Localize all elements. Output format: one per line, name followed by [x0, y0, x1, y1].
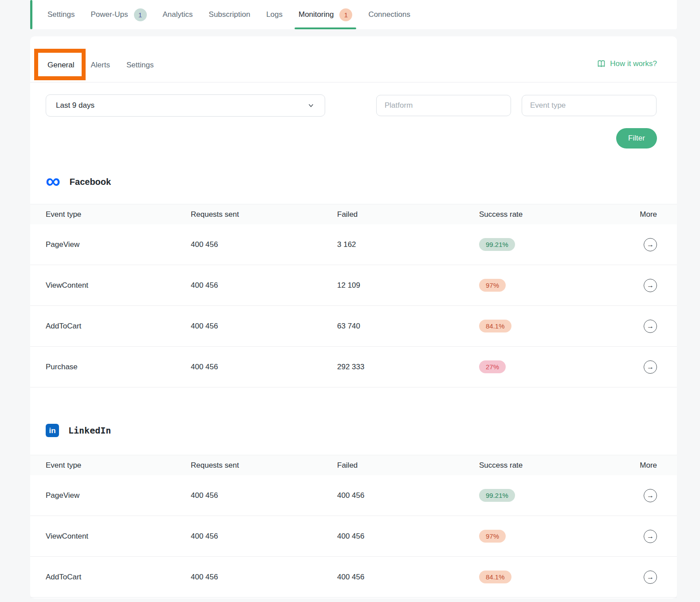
- table-row: PageView 400 456 400 456 99.21% →: [30, 475, 677, 516]
- event-type-cell: ViewContent: [30, 281, 191, 290]
- success-rate-badge: 97%: [479, 279, 506, 292]
- arrow-right-circle-icon[interactable]: →: [644, 320, 657, 333]
- subtab-label: Alerts: [90, 61, 110, 69]
- success-rate-badge: 97%: [479, 530, 506, 543]
- date-range-select[interactable]: Last 9 days: [46, 94, 325, 117]
- failed-cell: 400 456: [337, 491, 479, 500]
- tab-monitoring[interactable]: Monitoring 1: [299, 0, 352, 29]
- arrow-right-circle-icon[interactable]: →: [644, 360, 657, 374]
- tab-label: Settings: [47, 10, 75, 19]
- success-rate-cell: 84.1%: [479, 320, 625, 332]
- tab-connections[interactable]: Connections: [368, 0, 410, 29]
- column-header-requests-sent: Requests sent: [191, 210, 337, 219]
- facebook-section-header: ∞ Facebook: [46, 174, 111, 190]
- date-range-value: Last 9 days: [56, 101, 94, 110]
- success-rate-cell: 97%: [479, 530, 625, 543]
- failed-cell: 400 456: [337, 532, 479, 541]
- more-cell: →: [625, 489, 677, 502]
- event-type-cell: Purchase: [30, 363, 191, 371]
- event-type-input[interactable]: [522, 95, 657, 116]
- top-nav: Settings Power-Ups 1 Analytics Subscript…: [30, 0, 677, 29]
- tab-label: Analytics: [163, 10, 193, 19]
- more-cell: →: [625, 279, 677, 292]
- failed-cell: 292 333: [337, 363, 479, 371]
- success-rate-badge: 84.1%: [479, 320, 511, 332]
- tab-power-ups[interactable]: Power-Ups 1: [90, 0, 146, 29]
- table-row: AddToCart 400 456 400 456 84.1% →: [30, 557, 677, 598]
- table-row: ViewContent 400 456 400 456 97% →: [30, 516, 677, 557]
- facebook-events-table: Event type Requests sent Failed Success …: [30, 204, 677, 387]
- arrow-right-circle-icon[interactable]: →: [644, 571, 657, 584]
- more-cell: →: [625, 320, 677, 333]
- platform-input[interactable]: [376, 95, 511, 116]
- column-header-failed: Failed: [337, 461, 479, 470]
- column-header-more: More: [625, 210, 677, 219]
- tab-label: Subscription: [209, 10, 251, 19]
- monitoring-panel: General Alerts Settings How it works? La…: [30, 36, 677, 598]
- requests-sent-cell: 400 456: [191, 363, 337, 371]
- more-cell: →: [625, 360, 677, 374]
- column-header-event-type: Event type: [30, 210, 191, 219]
- table-row: ViewContent 400 456 12 109 97% →: [30, 265, 677, 306]
- column-header-event-type: Event type: [30, 461, 191, 470]
- success-rate-badge: 99.21%: [479, 238, 515, 251]
- subtab-settings[interactable]: Settings: [126, 61, 153, 70]
- table-row: PageView 400 456 3 162 99.21% →: [30, 224, 677, 265]
- success-rate-cell: 97%: [479, 279, 625, 292]
- arrow-right-circle-icon[interactable]: →: [644, 279, 657, 292]
- active-page-indicator-bar: [30, 0, 32, 29]
- linkedin-section-header: in LinkedIn: [46, 422, 111, 438]
- subtab-general[interactable]: General: [47, 61, 74, 70]
- failed-cell: 3 162: [337, 240, 479, 249]
- chevron-down-icon: [307, 102, 315, 109]
- tab-logs[interactable]: Logs: [266, 0, 283, 29]
- success-rate-cell: 27%: [479, 360, 625, 373]
- event-type-cell: AddToCart: [30, 322, 191, 331]
- meta-icon: ∞: [46, 176, 60, 185]
- failed-cell: 12 109: [337, 281, 479, 290]
- column-header-requests-sent: Requests sent: [191, 461, 337, 470]
- tab-label: Monitoring: [299, 10, 334, 19]
- success-rate-cell: 84.1%: [479, 571, 625, 583]
- failed-cell: 63 740: [337, 322, 479, 331]
- success-rate-cell: 99.21%: [479, 238, 625, 251]
- monitoring-subnav: General Alerts Settings: [47, 54, 153, 76]
- success-rate-cell: 99.21%: [479, 489, 625, 502]
- requests-sent-cell: 400 456: [191, 573, 337, 582]
- linkedin-events-table: Event type Requests sent Failed Success …: [30, 455, 677, 598]
- help-link-label: How it works?: [610, 59, 657, 68]
- linkedin-icon: in: [46, 424, 59, 437]
- requests-sent-cell: 400 456: [191, 281, 337, 290]
- tab-settings[interactable]: Settings: [47, 0, 75, 29]
- event-type-cell: AddToCart: [30, 573, 191, 582]
- page: Settings Power-Ups 1 Analytics Subscript…: [0, 0, 700, 602]
- requests-sent-cell: 400 456: [191, 240, 337, 249]
- more-cell: →: [625, 530, 677, 543]
- success-rate-badge: 27%: [479, 360, 506, 373]
- more-cell: →: [625, 238, 677, 251]
- monitoring-count-badge: 1: [339, 8, 352, 21]
- divider: [30, 82, 677, 82]
- book-open-icon: [597, 59, 606, 68]
- subtab-alerts[interactable]: Alerts: [90, 61, 110, 70]
- requests-sent-cell: 400 456: [191, 322, 337, 331]
- requests-sent-cell: 400 456: [191, 491, 337, 500]
- table-header-row: Event type Requests sent Failed Success …: [30, 204, 677, 224]
- arrow-right-circle-icon[interactable]: →: [644, 489, 657, 502]
- tab-subscription[interactable]: Subscription: [209, 0, 251, 29]
- event-type-cell: PageView: [30, 240, 191, 249]
- column-header-success-rate: Success rate: [479, 461, 625, 470]
- failed-cell: 400 456: [337, 573, 479, 582]
- tab-label: Logs: [266, 10, 283, 19]
- section-title: Facebook: [70, 177, 111, 187]
- filter-button[interactable]: Filter: [616, 128, 657, 149]
- success-rate-badge: 84.1%: [479, 571, 511, 583]
- arrow-right-circle-icon[interactable]: →: [644, 238, 657, 251]
- arrow-right-circle-icon[interactable]: →: [644, 530, 657, 543]
- column-header-more: More: [625, 461, 677, 470]
- event-type-cell: ViewContent: [30, 532, 191, 541]
- tab-label: Power-Ups: [90, 10, 128, 19]
- tab-analytics[interactable]: Analytics: [163, 0, 193, 29]
- how-it-works-link[interactable]: How it works?: [597, 59, 657, 68]
- subtab-label: General: [47, 61, 74, 69]
